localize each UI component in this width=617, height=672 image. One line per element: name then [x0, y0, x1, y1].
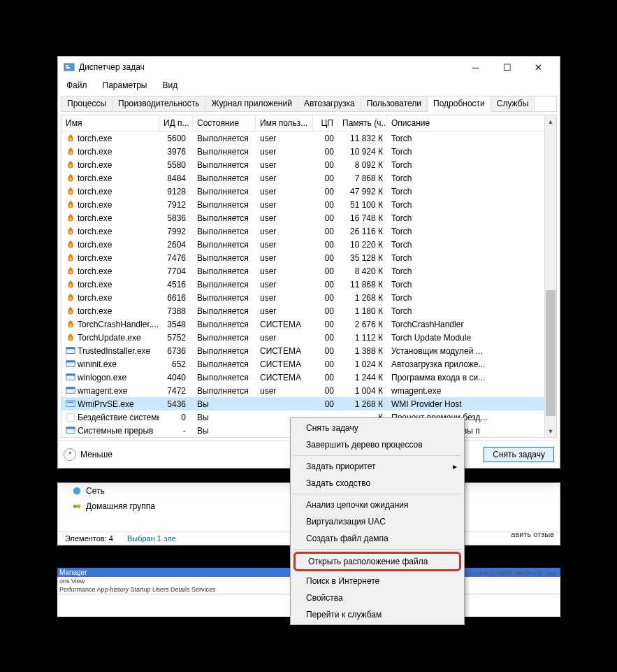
table-row[interactable]: TorchUpdate.exe5752Выполняетсяuser001 11… [61, 331, 556, 344]
minimize-button[interactable]: ─ [460, 57, 491, 77]
context-item[interactable]: Открыть расположение файла [293, 552, 461, 571]
process-description: Автозагрузка приложе... [387, 359, 556, 370]
col-status[interactable]: Состояние [193, 115, 256, 131]
table-row[interactable]: torch.exe3976Выполняетсяuser0010 924 КTo… [61, 145, 556, 158]
svg-point-0 [73, 487, 81, 495]
col-memory[interactable]: Память (ч... [338, 115, 387, 131]
fewer-details-button[interactable]: ˄ Меньше [64, 448, 112, 461]
context-item[interactable]: Перейти к службам [292, 606, 463, 623]
svg-rect-5 [66, 67, 70, 69]
table-row[interactable]: torch.exe5600Выполняетсяuser0011 832 КTo… [61, 131, 556, 145]
process-memory: 11 868 К [338, 279, 387, 290]
window-title: Диспетчер задач [79, 62, 460, 72]
process-memory: 16 748 К [338, 213, 387, 224]
table-row[interactable]: torch.exe4516Выполняетсяuser0011 868 КTo… [61, 278, 556, 291]
process-memory: 51 100 К [338, 199, 387, 210]
process-cpu: 00 [313, 186, 338, 197]
table-row[interactable]: torch.exe2604Выполняетсяuser0010 220 КTo… [61, 238, 556, 251]
end-task-button[interactable]: Снять задачу [484, 447, 554, 462]
menu-view[interactable]: Вид [159, 79, 180, 92]
process-cpu: 00 [313, 239, 338, 250]
process-pid: 5436 [159, 399, 193, 410]
process-description: Torch [387, 186, 556, 197]
tab-0[interactable]: Процессы [61, 96, 112, 111]
context-item[interactable]: Снять задачу [292, 420, 463, 436]
process-name: Бездействие системы [78, 413, 159, 422]
vertical-scrollbar[interactable]: ▲ ▼ [544, 115, 556, 437]
scroll-thumb[interactable] [546, 290, 556, 416]
titlebar[interactable]: Диспетчер задач ─ ☐ ✕ [58, 57, 560, 78]
tab-4[interactable]: Пользователи [361, 96, 428, 111]
context-item[interactable]: Завершить дерево процессов [292, 436, 463, 453]
process-description: wmagent.exe [387, 385, 556, 396]
maximize-button[interactable]: ☐ [491, 57, 523, 77]
context-item[interactable]: Задать приоритет▸ [292, 458, 463, 475]
table-row[interactable]: winlogon.exe4040ВыполняетсяСИСТЕМА001 24… [61, 371, 556, 384]
col-user[interactable]: Имя польз... [256, 115, 313, 131]
table-row[interactable]: torch.exe5836Выполняетсяuser0016 748 КTo… [61, 211, 556, 224]
context-separator [293, 549, 461, 550]
process-status: Вы [193, 412, 256, 423]
col-name[interactable]: Имя [61, 115, 159, 131]
process-status: Выполняется [193, 252, 256, 264]
tab-5[interactable]: Подробности [428, 96, 491, 112]
svg-point-2 [77, 504, 80, 508]
table-row[interactable]: torch.exe6616Выполняетсяuser001 268 КTor… [61, 291, 556, 304]
col-pid[interactable]: ИД п... [159, 115, 193, 131]
process-name: TrustedInstaller.exe [78, 346, 150, 356]
table-row[interactable]: TorchCrashHandler....3548ВыполняетсяСИСТ… [61, 317, 556, 331]
torch-icon [66, 333, 75, 343]
table-row[interactable]: torch.exe7476Выполняетсяuser0035 128 КTo… [61, 251, 556, 264]
table-row[interactable]: torch.exe7912Выполняетсяuser0051 100 КTo… [61, 198, 556, 211]
tab-2[interactable]: Журнал приложений [206, 96, 298, 111]
scroll-up-button[interactable]: ▲ [545, 115, 556, 127]
table-row[interactable]: wmagent.exe7472Выполняетсяuser001 004 Кw… [61, 384, 556, 397]
scroll-down-button[interactable]: ▼ [545, 425, 556, 437]
process-pid: 3976 [159, 146, 193, 157]
process-description: Программа входа в си... [387, 372, 556, 383]
svg-rect-7 [66, 347, 75, 349]
process-user: user [256, 252, 313, 264]
system-icon [66, 346, 75, 356]
table-row[interactable]: torch.exe7388Выполняетсяuser001 180 КTor… [61, 304, 556, 317]
process-status: Выполняется [193, 186, 256, 197]
context-item[interactable]: Создать файл дампа [292, 530, 463, 547]
menu-options[interactable]: Параметры [100, 79, 150, 92]
process-cpu: 00 [313, 345, 338, 357]
process-description: TorchCrashHandler [387, 319, 556, 330]
col-cpu[interactable]: ЦП [313, 115, 338, 131]
process-memory: 1 268 К [338, 292, 387, 303]
close-button[interactable]: ✕ [523, 57, 554, 77]
process-cpu: 00 [313, 159, 338, 171]
tab-6[interactable]: Службы [491, 96, 535, 111]
context-item[interactable]: Анализ цепочки ожидания [292, 496, 463, 513]
table-row[interactable]: wininit.exe652ВыполняетсяСИСТЕМА001 024 … [61, 357, 556, 371]
menu-file[interactable]: Файл [64, 79, 90, 92]
process-status: Выполняется [193, 279, 256, 290]
process-pid: 6616 [159, 292, 193, 303]
context-item[interactable]: Задать сходство [292, 475, 463, 492]
process-cpu: 00 [313, 173, 338, 184]
table-row[interactable]: TrustedInstaller.exe6736ВыполняетсяСИСТЕ… [61, 344, 556, 357]
tab-1[interactable]: Производительность [112, 96, 205, 111]
table-row[interactable]: WmiPrvSE.exe5436Вы001 268 КWMI Provider … [61, 397, 556, 410]
torch-icon [66, 200, 75, 210]
context-item[interactable]: Виртуализация UAC [292, 513, 463, 530]
process-memory: 1 244 К [338, 372, 387, 383]
table-row[interactable]: torch.exe5580Выполняетсяuser008 092 КTor… [61, 158, 556, 171]
process-status: Выполняется [193, 372, 256, 383]
process-name: torch.exe [78, 306, 112, 316]
process-name: torch.exe [78, 240, 112, 250]
process-name: TorchCrashHandler.... [78, 320, 159, 329]
process-cpu: 00 [313, 146, 338, 157]
col-description[interactable]: Описание [387, 115, 556, 131]
process-name: torch.exe [78, 134, 112, 143]
process-name: wininit.exe [78, 359, 117, 369]
context-item[interactable]: Свойства [292, 589, 463, 606]
tab-3[interactable]: Автозагрузка [298, 96, 361, 111]
table-row[interactable]: torch.exe9128Выполняетсяuser0047 992 КTo… [61, 185, 556, 198]
table-row[interactable]: torch.exe7704Выполняетсяuser008 420 КTor… [61, 264, 556, 278]
table-row[interactable]: torch.exe8484Выполняетсяuser007 868 КTor… [61, 171, 556, 185]
context-item[interactable]: Поиск в Интернете [292, 573, 463, 589]
table-row[interactable]: torch.exe7992Выполняетсяuser0026 116 КTo… [61, 224, 556, 238]
